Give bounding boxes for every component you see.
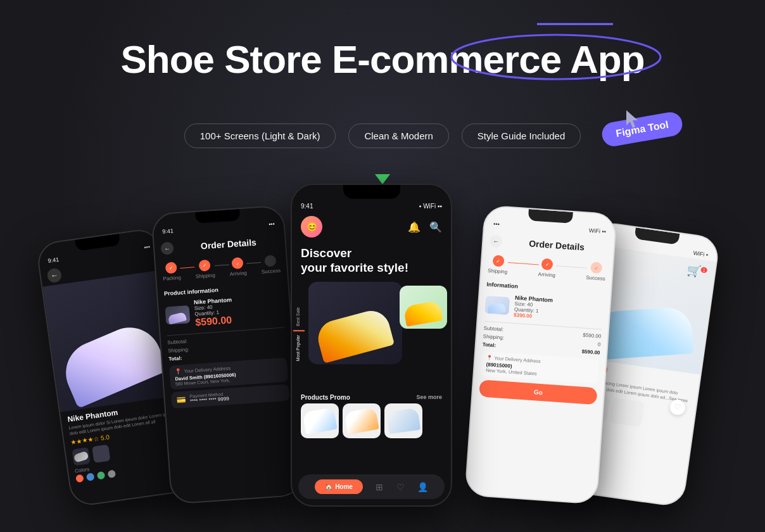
step-dot: ✓ bbox=[232, 257, 244, 269]
total-value: $590.00 bbox=[581, 349, 600, 356]
signal-icons: ▪ WiFi ▪▪ bbox=[419, 203, 442, 210]
color-green[interactable] bbox=[97, 471, 106, 480]
location-icon: 📍 bbox=[486, 355, 493, 361]
step-dot: ✓ bbox=[492, 255, 504, 267]
grid-icon[interactable]: ⊞ bbox=[376, 482, 383, 492]
hero-line2: your favorite style! bbox=[301, 261, 442, 276]
phone-center: 9:41 ▪ WiFi ▪▪ 😊 🔔 🔍 Discover your favor… bbox=[291, 184, 452, 507]
bottom-nav: 🏠 Home ⊞ ♡ 👤 bbox=[298, 474, 445, 499]
promo-shoe-graphic-3 bbox=[386, 407, 420, 434]
badge-clean: Clean & Modern bbox=[348, 124, 448, 148]
see-more-link[interactable]: See more bbox=[416, 394, 442, 401]
step-connector bbox=[508, 262, 539, 265]
subtotal-value bbox=[285, 332, 286, 338]
color-blue[interactable] bbox=[86, 472, 95, 481]
heart-icon[interactable]: ♡ bbox=[396, 482, 405, 492]
cursor-arrow bbox=[624, 109, 642, 132]
down-arrow bbox=[375, 174, 390, 184]
step-label: Success bbox=[261, 268, 281, 275]
time: 9:41 bbox=[47, 256, 60, 264]
status-bar: 9:41 ▪ WiFi ▪▪ bbox=[292, 199, 451, 212]
step-label: Arriving bbox=[538, 271, 555, 278]
promo-item-3[interactable] bbox=[384, 403, 422, 438]
search-icon[interactable]: 🔍 bbox=[429, 221, 442, 233]
shipping-label: Shipping: bbox=[168, 346, 189, 353]
total-label: Total: bbox=[483, 342, 496, 348]
shoe-graphic bbox=[487, 303, 505, 314]
size-thumb bbox=[72, 447, 90, 466]
total-value bbox=[286, 348, 286, 354]
categories-section: Best Sale Most Popular bbox=[292, 279, 451, 390]
title-oval bbox=[448, 32, 664, 82]
notch bbox=[343, 185, 400, 199]
subtotal-label: Subtotal: bbox=[167, 338, 187, 345]
phones-container: 9:41 ▪▪▪ ← Nike Phantom Lorem ipsum dolo… bbox=[98, 184, 667, 532]
go-button[interactable]: Go bbox=[479, 379, 597, 405]
total-label: Total: bbox=[168, 355, 182, 362]
promo-shoe-graphic-2 bbox=[344, 407, 379, 434]
badge-style: Style Guide Included bbox=[462, 124, 581, 148]
battery: WiFi ▪ bbox=[693, 250, 709, 258]
step-dot: ✓ bbox=[590, 262, 602, 274]
step-dot: ✓ bbox=[541, 258, 553, 270]
cart-icon[interactable]: 🛒1 bbox=[686, 263, 708, 279]
step-success: Success bbox=[260, 255, 281, 275]
card-icon: 💳 bbox=[176, 395, 186, 405]
profile-icon[interactable]: 👤 bbox=[417, 482, 428, 492]
step-arriving: ✓ Arriving bbox=[538, 258, 556, 278]
back-button[interactable]: ← bbox=[46, 267, 62, 283]
step-arriving: ✓ Arriving bbox=[229, 257, 247, 277]
header-icons: 🔔 🔍 bbox=[408, 221, 442, 233]
time: 9:41 bbox=[301, 203, 313, 210]
svg-marker-2 bbox=[626, 110, 638, 128]
product-thumbnail bbox=[484, 295, 510, 315]
step-connector bbox=[556, 265, 587, 268]
title-accent-line bbox=[537, 22, 613, 26]
product-thumbnail bbox=[165, 305, 191, 325]
color-orange[interactable] bbox=[75, 474, 84, 483]
category-best-sale[interactable]: Best Sale bbox=[293, 303, 305, 330]
badge-screens: 100+ Screens (Light & Dark) bbox=[184, 124, 336, 148]
hero-image-area bbox=[306, 279, 451, 390]
step-connector bbox=[246, 262, 261, 263]
category-most-popular[interactable]: Most Popular bbox=[293, 330, 305, 365]
step-shipping: ✓ Shipping bbox=[488, 255, 509, 275]
avatar: 😊 bbox=[301, 216, 322, 238]
color-gray[interactable] bbox=[108, 470, 117, 479]
step-connector bbox=[180, 267, 195, 269]
back-button[interactable]: ← bbox=[160, 242, 174, 255]
signal-icons: ▪▪▪ bbox=[269, 220, 275, 227]
size-thumb-2 bbox=[92, 445, 110, 463]
phone-left: 9:41 ▪▪▪ ← Order Details ✓ Packing ✓ Shi… bbox=[151, 205, 304, 505]
step-label: Shipping bbox=[195, 272, 215, 279]
back-button[interactable]: ← bbox=[490, 234, 503, 248]
step-dot bbox=[264, 255, 276, 267]
signal-icons: ▪▪▪ bbox=[144, 243, 151, 250]
secondary-shoe-graphic bbox=[403, 300, 443, 327]
product-price: $590.00 bbox=[195, 314, 234, 328]
promo-item-1[interactable] bbox=[301, 403, 339, 438]
step-connector bbox=[215, 264, 229, 266]
hero-shoe-image bbox=[308, 282, 402, 364]
shipping-label: Shipping: bbox=[483, 334, 504, 341]
step-label: Shipping bbox=[488, 268, 508, 275]
step-dot: ✓ bbox=[199, 260, 211, 272]
shoe-graphic bbox=[314, 307, 395, 364]
variant-2[interactable] bbox=[610, 397, 645, 427]
time: 9:41 bbox=[162, 227, 174, 234]
phone-right: ▪▪▪ WiFi ▪▪ ← Order Details ✓ Shipping ✓… bbox=[464, 205, 617, 505]
shipping-value bbox=[286, 340, 286, 346]
home-nav-button[interactable]: 🏠 Home bbox=[315, 479, 363, 494]
subtotal-label: Subtotal: bbox=[483, 326, 503, 332]
step-packing: ✓ Packing bbox=[162, 262, 181, 282]
bell-icon[interactable]: 🔔 bbox=[408, 221, 420, 233]
promo-item-2[interactable] bbox=[343, 403, 381, 438]
header: Shoe Store E-commerce App bbox=[0, 38, 765, 81]
promo-grid bbox=[292, 403, 451, 438]
step-label: Packing bbox=[163, 275, 181, 282]
heart-icon: ♡ bbox=[674, 402, 682, 412]
location-icon: 📍 bbox=[174, 368, 182, 375]
address-section: 📍 Your Delivery Address (89015000) New Y… bbox=[480, 352, 599, 384]
signal: ▪▪▪ bbox=[493, 220, 500, 227]
step-label: Success bbox=[586, 275, 605, 282]
